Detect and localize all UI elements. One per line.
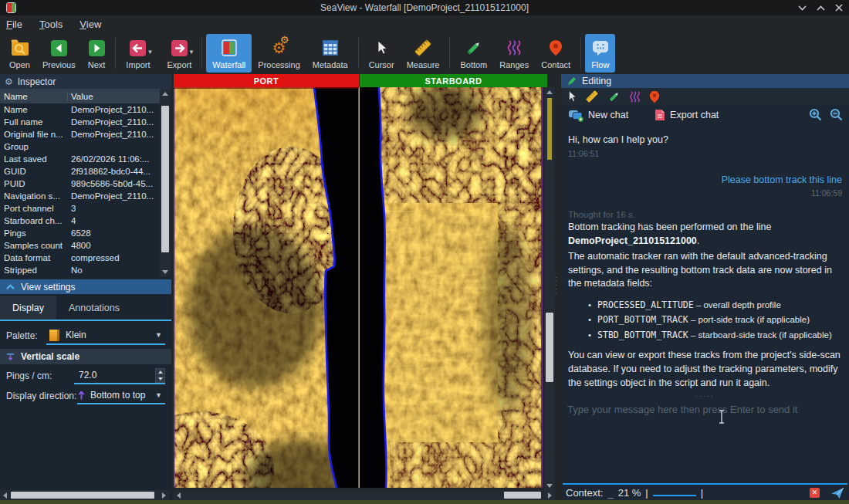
new-chat-button[interactable]: New chat (561, 105, 636, 125)
export-chat-button[interactable]: Export chat (647, 105, 726, 125)
scroll-down-arrow-icon[interactable] (544, 481, 555, 490)
zoom-in-icon[interactable] (809, 108, 822, 121)
palette-combobox[interactable]: Klein ▼ (46, 326, 165, 345)
table-row[interactable]: Samples count4800 (0, 239, 160, 252)
previous-button[interactable]: Previous (36, 34, 82, 73)
metadata-fields-list: PROCESSED_ALTITUDE – overall depth profi… (588, 299, 842, 341)
sonar-waterfall-image[interactable] (174, 87, 543, 488)
measure-button[interactable]: Measure (401, 34, 446, 73)
cursor-button[interactable]: Cursor (363, 34, 401, 73)
menu-view[interactable]: View (79, 19, 101, 30)
maximize-button[interactable] (815, 2, 826, 13)
minimize-button[interactable] (797, 2, 807, 13)
context-label: Context: (566, 487, 603, 499)
scrollbar-thumb[interactable] (546, 313, 553, 382)
menu-tools[interactable]: Tools (39, 19, 63, 30)
table-row[interactable]: Navigation s...DemoProject_2110... (0, 190, 160, 202)
cursor-arrow-icon[interactable] (567, 90, 577, 103)
waterfall-button[interactable]: Waterfall (206, 34, 252, 73)
spinner-arrows[interactable] (155, 368, 165, 383)
scroll-right-arrow-icon[interactable] (545, 492, 554, 499)
ruler-icon[interactable] (585, 90, 599, 103)
new-chat-icon (569, 109, 583, 122)
inspector-header[interactable]: ⚙ Inspector (0, 74, 171, 89)
scrollbar-thumb[interactable] (11, 492, 154, 499)
pings-label: Pings / cm: (0, 370, 52, 381)
map-pin-icon[interactable] (649, 90, 660, 103)
close-button[interactable] (834, 2, 844, 13)
table-row[interactable]: NameDemoProject_2110... (0, 103, 160, 116)
inspector-hscrollbar[interactable] (0, 490, 170, 500)
previous-icon (51, 37, 67, 59)
clear-context-button[interactable]: ✕ (810, 488, 820, 498)
column-header-name: Name (0, 92, 68, 101)
zoom-out-icon[interactable] (830, 108, 843, 121)
table-row[interactable]: Group (0, 140, 160, 153)
tab-display[interactable]: Display (0, 296, 56, 320)
import-icon: ▼ (130, 37, 146, 59)
chevron-up-icon (5, 283, 15, 290)
scrollbar-thumb[interactable] (161, 106, 169, 252)
title-bar[interactable]: SeaView - Waterfall [DemoProject_2110151… (0, 0, 849, 15)
table-row[interactable]: Full nameDemoProject_2110... (0, 116, 160, 128)
waterfall-hscrollbar[interactable] (174, 490, 555, 500)
pings-spinbox[interactable]: 72.0 (74, 367, 165, 384)
chat-input-area (561, 397, 849, 483)
user-message: Please bottom track this line 11:06:59 (561, 174, 849, 200)
ranges-button[interactable]: Ranges (493, 34, 535, 73)
table-row[interactable]: PUID989c5686-5b0d-45... (0, 178, 160, 190)
bottom-button[interactable]: Bottom (454, 34, 493, 73)
editing-header[interactable]: Editing (561, 74, 849, 88)
table-row[interactable]: Data formatcompressed (0, 252, 160, 264)
context-usage-bar (653, 495, 696, 496)
table-row[interactable]: Port channel3 (0, 202, 160, 215)
scroll-left-arrow-icon[interactable] (0, 492, 9, 499)
table-row[interactable]: Original file n...DemoProject_2110... (0, 128, 160, 140)
contact-button[interactable]: Contact (535, 34, 577, 73)
direction-combobox[interactable]: Bottom to top ▼ (77, 387, 165, 404)
send-icon[interactable] (830, 487, 844, 499)
next-button[interactable]: Next (82, 34, 112, 73)
export-button[interactable]: ▼ Export (161, 34, 198, 73)
table-row[interactable]: GUID2f918862-bdc0-44... (0, 165, 160, 178)
table-row[interactable]: Starboard ch...4 (0, 215, 160, 227)
panel-splitter[interactable]: ····· (556, 74, 561, 500)
chat-history[interactable]: Hi, how can I help you? 11:06:51 Please … (561, 125, 849, 394)
export-chat-icon (655, 109, 665, 121)
scroll-right-arrow-icon[interactable] (159, 492, 168, 499)
text-cursor-icon (718, 410, 726, 424)
view-position-marker (547, 98, 552, 160)
table-row[interactable]: StrippedNo (0, 264, 160, 276)
toolbar-separator (358, 38, 359, 69)
map-pin-icon (549, 37, 563, 59)
export-dropdown-arrow[interactable]: ▼ (188, 49, 194, 56)
scrollbar-thumb[interactable] (504, 492, 541, 499)
view-settings-header[interactable]: View settings (0, 279, 171, 294)
vertical-scale-title: Vertical scale (21, 351, 79, 362)
menu-file[interactable]: File (6, 19, 22, 30)
inspector-table-header: Name Value (0, 89, 160, 103)
scroll-up-arrow-icon[interactable] (544, 87, 555, 96)
scroll-down-arrow-icon[interactable] (160, 267, 171, 276)
thought-duration[interactable]: Thought for 16 s. (568, 210, 842, 219)
metadata-button[interactable]: Metadata (306, 34, 354, 73)
open-button[interactable]: Open (3, 34, 36, 73)
inspector-title: Inspector (18, 76, 56, 87)
direction-label: Display direction: (0, 391, 76, 401)
tab-annotations[interactable]: Annotations (56, 296, 132, 320)
inspector-scrollbar[interactable] (160, 89, 171, 276)
table-row[interactable]: Last saved26/02/2026 11:06:... (0, 153, 160, 165)
waves-icon[interactable] (629, 90, 641, 103)
import-button[interactable]: ▼ Import (120, 34, 156, 73)
processing-button[interactable]: ⚙⚙ Processing (252, 34, 306, 73)
scroll-left-arrow-icon[interactable] (174, 492, 183, 499)
message-input[interactable] (561, 397, 849, 483)
gear-icon: ⚙ (5, 77, 13, 86)
scroll-up-arrow-icon[interactable] (160, 89, 171, 98)
import-dropdown-arrow[interactable]: ▼ (147, 49, 154, 56)
arrow-up-icon (77, 390, 86, 401)
table-row[interactable]: Pings6528 (0, 227, 160, 239)
pencil-icon[interactable] (607, 90, 621, 103)
flow-button[interactable]: Flow (585, 34, 615, 73)
view-settings-tabs: Display Annotations (0, 296, 171, 320)
